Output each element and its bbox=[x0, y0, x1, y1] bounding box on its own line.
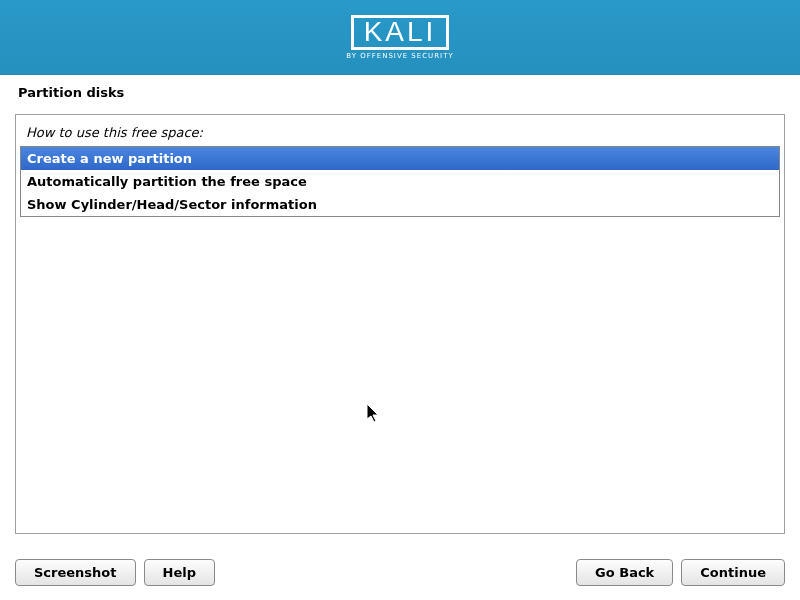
screenshot-button[interactable]: Screenshot bbox=[15, 559, 136, 586]
prompt-text: How to use this free space: bbox=[16, 115, 784, 146]
footer-button-bar: Screenshot Help Go Back Continue bbox=[15, 559, 785, 586]
help-button[interactable]: Help bbox=[144, 559, 215, 586]
logo-subtitle: BY OFFENSIVE SECURITY bbox=[346, 52, 453, 60]
header-banner: KALI BY OFFENSIVE SECURITY bbox=[0, 0, 800, 75]
option-list: Create a new partition Automatically par… bbox=[20, 146, 780, 217]
main-panel: How to use this free space: Create a new… bbox=[15, 114, 785, 534]
option-create-new-partition[interactable]: Create a new partition bbox=[21, 147, 779, 170]
kali-logo: KALI BY OFFENSIVE SECURITY bbox=[346, 15, 453, 60]
option-auto-partition[interactable]: Automatically partition the free space bbox=[21, 170, 779, 193]
continue-button[interactable]: Continue bbox=[681, 559, 785, 586]
logo-text: KALI bbox=[364, 18, 437, 46]
option-show-chs-info[interactable]: Show Cylinder/Head/Sector information bbox=[21, 193, 779, 216]
go-back-button[interactable]: Go Back bbox=[576, 559, 673, 586]
page-title: Partition disks bbox=[0, 75, 800, 108]
